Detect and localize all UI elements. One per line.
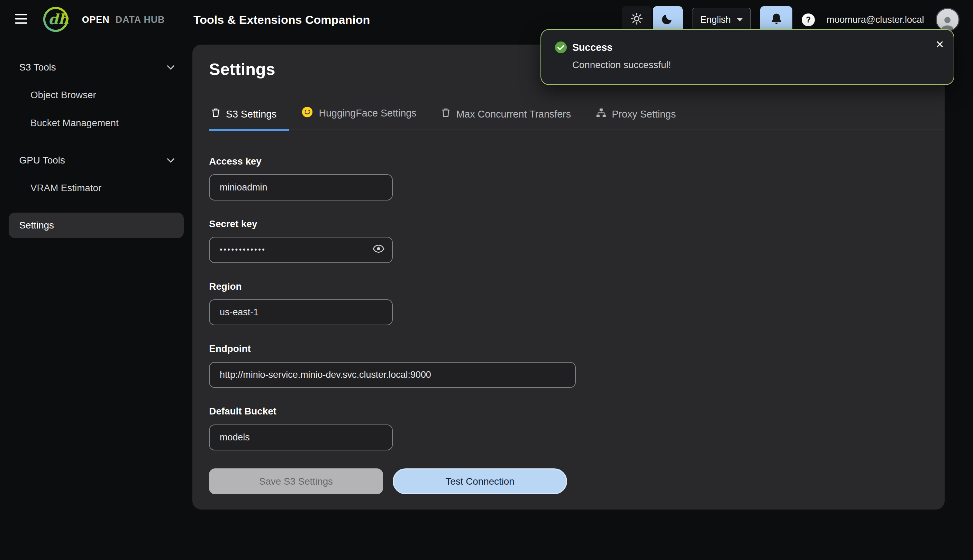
bucket-icon	[441, 108, 451, 120]
hamburger-icon	[15, 14, 27, 26]
tab-label: S3 Settings	[226, 108, 277, 120]
svg-text:dh: dh	[48, 11, 69, 28]
secret-key-field: Secret key	[209, 218, 927, 263]
sidebar-group-gpu-tools[interactable]: GPU Tools	[0, 146, 192, 174]
brand: dh OPEN DATA HUB	[41, 5, 165, 35]
nav-group-s3-tools: S3 Tools Object Browser Bucket Managemen…	[0, 53, 192, 137]
default-bucket-field: Default Bucket	[209, 406, 927, 450]
user-avatar[interactable]	[936, 8, 959, 32]
endpoint-label: Endpoint	[209, 343, 927, 354]
huggingface-icon	[301, 106, 313, 120]
caret-down-icon	[737, 18, 742, 22]
moon-icon	[662, 13, 673, 26]
access-key-input[interactable]	[209, 174, 393, 200]
brand-text: OPEN DATA HUB	[82, 15, 165, 25]
sidebar: S3 Tools Object Browser Bucket Managemen…	[0, 40, 192, 560]
toggle-secret-visibility-button[interactable]	[368, 239, 390, 260]
brand-secondary: DATA HUB	[115, 15, 165, 25]
tab-label: HuggingFace Settings	[319, 108, 416, 119]
nav-group-gpu-tools: GPU Tools VRAM Estimator	[0, 146, 192, 202]
tab-max-concurrent-transfers[interactable]: Max Concurrent Transfers	[429, 108, 583, 131]
menu-toggle-button[interactable]	[8, 8, 33, 32]
group-label: S3 Tools	[19, 62, 56, 73]
tab-label: Proxy Settings	[612, 108, 676, 120]
test-connection-button[interactable]: Test Connection	[393, 468, 567, 494]
chevron-down-icon	[166, 155, 175, 166]
success-check-icon	[555, 42, 567, 53]
sidebar-group-s3-tools[interactable]: S3 Tools	[0, 53, 192, 81]
close-icon: ×	[936, 36, 944, 52]
tab-proxy-settings[interactable]: Proxy Settings	[583, 108, 688, 131]
access-key-label: Access key	[209, 156, 927, 167]
secret-key-label: Secret key	[209, 218, 927, 230]
sidebar-item-settings[interactable]: Settings	[8, 213, 184, 238]
item-label: Object Browser	[30, 90, 96, 101]
tab-huggingface-settings[interactable]: HuggingFace Settings	[289, 106, 429, 131]
sidebar-item-object-browser[interactable]: Object Browser	[0, 81, 192, 109]
endpoint-input[interactable]	[209, 362, 576, 388]
tab-s3-settings[interactable]: S3 Settings	[209, 108, 289, 131]
success-toast: Success Connection successful! ×	[540, 29, 954, 85]
language-label: English	[700, 15, 731, 25]
language-select[interactable]: English	[692, 8, 751, 32]
access-key-field: Access key	[209, 156, 927, 200]
item-label: Settings	[19, 220, 54, 231]
s3-settings-form: Access key Secret key	[209, 156, 927, 494]
chevron-down-icon	[166, 62, 175, 73]
default-bucket-label: Default Bucket	[209, 406, 927, 417]
bell-icon	[771, 13, 782, 27]
region-input[interactable]	[209, 299, 393, 325]
item-label: VRAM Estimator	[30, 183, 101, 193]
app-root: dh OPEN DATA HUB Tools & Extensions Comp…	[0, 0, 973, 560]
item-label: Bucket Management	[30, 118, 119, 128]
sun-icon	[631, 13, 642, 27]
tab-label: Max Concurrent Transfers	[456, 108, 571, 120]
region-field: Region	[209, 281, 927, 326]
region-label: Region	[209, 281, 927, 292]
endpoint-field: Endpoint	[209, 343, 927, 388]
save-s3-settings-button[interactable]: Save S3 Settings	[209, 468, 383, 494]
default-bucket-input[interactable]	[209, 425, 393, 450]
secret-key-input[interactable]	[209, 237, 393, 263]
open-data-hub-logo-icon: dh	[41, 5, 74, 35]
app-title: Tools & Extensions Companion	[194, 13, 370, 27]
help-button[interactable]: ?	[802, 13, 815, 27]
eye-icon	[373, 244, 385, 255]
bucket-icon	[211, 108, 221, 120]
sidebar-item-bucket-management[interactable]: Bucket Management	[0, 109, 192, 137]
toast-message: Connection successful!	[572, 60, 940, 70]
settings-panel: Settings S3 Settings	[192, 45, 945, 510]
user-email: moomura@cluster.local	[827, 15, 924, 25]
brand-primary: OPEN	[82, 15, 110, 25]
toast-title: Success	[572, 42, 612, 53]
person-icon	[939, 14, 956, 30]
question-mark-icon: ?	[806, 16, 811, 24]
toast-close-button[interactable]: ×	[936, 37, 944, 51]
sidebar-item-vram-estimator[interactable]: VRAM Estimator	[0, 174, 192, 202]
form-actions: Save S3 Settings Test Connection	[209, 468, 927, 494]
network-icon	[596, 108, 606, 120]
toast-header: Success	[555, 42, 940, 53]
group-label: GPU Tools	[19, 155, 65, 166]
tabs-bar: S3 Settings HuggingFace Settings	[209, 106, 944, 130]
